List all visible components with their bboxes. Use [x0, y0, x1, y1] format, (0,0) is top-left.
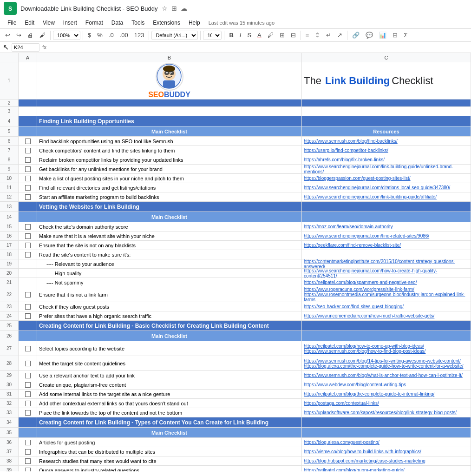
menu-data[interactable]: Data: [108, 18, 127, 27]
cell-12a[interactable]: [19, 192, 37, 202]
cell-27a[interactable]: [19, 341, 37, 356]
link-12[interactable]: https://www.searchenginejournal.com/link…: [304, 194, 437, 199]
checkbox-9[interactable]: [25, 166, 31, 172]
cell-15c[interactable]: https://moz.com/learn/seo/domain-authori…: [302, 222, 471, 231]
cell-9a[interactable]: [19, 165, 37, 174]
cell-32a[interactable]: [19, 399, 37, 408]
cell-33c[interactable]: https://uplandsoftware.com/kapost/resour…: [302, 408, 471, 417]
cell-24a[interactable]: [19, 311, 37, 321]
star-icon[interactable]: ☆: [162, 5, 168, 12]
cell-8a[interactable]: [19, 155, 37, 165]
cell-22a[interactable]: [19, 287, 37, 302]
cell-17c[interactable]: https://geekflare.com/find-remove-blackl…: [302, 241, 471, 250]
cell-31a[interactable]: [19, 390, 37, 399]
cell-19c[interactable]: https://contentmarketinginstitute.com/20…: [302, 259, 471, 269]
cell-9c[interactable]: https://www.searchenginejournal.com/link…: [302, 165, 471, 174]
cell-12c[interactable]: https://www.searchenginejournal.com/link…: [302, 192, 471, 202]
menu-view[interactable]: View: [39, 18, 59, 27]
cell-29c[interactable]: https://www.semrush.com/blog/what-is-anc…: [302, 371, 471, 380]
checkbox-12[interactable]: [25, 194, 31, 200]
menu-format[interactable]: Format: [82, 18, 107, 27]
font-select[interactable]: Default (Ari...): [151, 31, 198, 40]
cell-27c[interactable]: https://neilpatel.com/blog/how-to-come-u…: [302, 341, 471, 356]
menu-insert[interactable]: Insert: [59, 18, 81, 27]
cell-7a[interactable]: [19, 146, 37, 155]
cell-38c[interactable]: https://blog.hubspot.com/marketing/case-…: [302, 456, 471, 466]
cell-17a[interactable]: [19, 241, 37, 250]
cell-22c[interactable]: https://www.rogeracuna.com/wordpress/sit…: [302, 287, 471, 302]
cell-11c[interactable]: https://www.searchenginejournal.com/cita…: [302, 183, 471, 192]
valign-button[interactable]: ⇕: [313, 30, 322, 40]
cell-33a[interactable]: [19, 408, 37, 417]
cell-23a[interactable]: [19, 302, 37, 311]
font-size-select[interactable]: 10: [203, 31, 222, 40]
cell-6a[interactable]: [19, 137, 37, 146]
borders-button[interactable]: ⊞: [277, 30, 287, 40]
currency-button[interactable]: $: [85, 30, 93, 40]
bold-button[interactable]: B: [227, 30, 236, 40]
cell-30c[interactable]: https://www.webdew.com/blog/content-writ…: [302, 380, 471, 390]
link-8[interactable]: https://ahrefs.com/blog/fix-broken-links…: [304, 157, 385, 162]
align-button[interactable]: ≡: [303, 30, 312, 40]
filter-button[interactable]: ⊟: [390, 30, 400, 40]
cell-15a[interactable]: [19, 222, 37, 231]
cell-21c[interactable]: https://neilpatel.com/blog/spammers-and-…: [302, 278, 471, 287]
cell-32c[interactable]: https://postaga.com/contextual-links/: [302, 399, 471, 408]
zoom-select[interactable]: 100%: [53, 31, 80, 40]
menu-extensions[interactable]: Extensions: [149, 18, 184, 27]
cell-30a[interactable]: [19, 380, 37, 390]
dec-increase-button[interactable]: .00: [118, 30, 131, 40]
checkbox-10[interactable]: [25, 176, 31, 181]
cell-6c[interactable]: https://www.semrush.com/blog/find-backli…: [302, 137, 471, 146]
dec-decrease-button[interactable]: .0: [106, 30, 116, 40]
link-7[interactable]: https://userp.io/find-competitor-backlin…: [304, 148, 388, 153]
menu-help[interactable]: Help: [185, 18, 204, 27]
cell-11a[interactable]: [19, 183, 37, 192]
cell-16a[interactable]: [19, 231, 37, 241]
cell-37a[interactable]: [19, 447, 37, 456]
chart-button[interactable]: 📊: [377, 30, 389, 40]
cell-29a[interactable]: [19, 371, 37, 380]
italic-button[interactable]: I: [237, 30, 244, 40]
link-11[interactable]: https://www.searchenginejournal.com/cita…: [304, 185, 450, 190]
menu-file[interactable]: File: [4, 18, 20, 27]
print-button[interactable]: 🖨: [25, 30, 36, 40]
formula-input[interactable]: [49, 45, 468, 50]
cell-37c[interactable]: https://visme.co/blog/how-to-build-links…: [302, 447, 471, 456]
link-button[interactable]: 🔗: [350, 30, 362, 40]
text-color-button[interactable]: A: [255, 30, 264, 40]
paint-format-button[interactable]: 🖌: [37, 30, 48, 40]
link-10[interactable]: https://bloggerspassion.com/guest-postin…: [304, 176, 411, 181]
cell-20c[interactable]: https://www.searchenginejournal.com/how-…: [302, 269, 471, 278]
cell-8c[interactable]: https://ahrefs.com/blog/fix-broken-links…: [302, 155, 471, 165]
highlight-button[interactable]: 🖊: [265, 30, 276, 40]
merge-button[interactable]: ⊟: [288, 30, 298, 40]
checkbox-6[interactable]: [25, 139, 31, 144]
cell-28a[interactable]: [19, 356, 37, 371]
cell-10c[interactable]: https://bloggerspassion.com/guest-postin…: [302, 174, 471, 183]
cell-16c[interactable]: https://www.searchenginejournal.com/find…: [302, 231, 471, 241]
checkbox-11[interactable]: [25, 185, 31, 191]
link-9[interactable]: https://www.searchenginejournal.com/link…: [304, 165, 469, 174]
checkbox-8[interactable]: [25, 157, 31, 163]
rotate-button[interactable]: ↗: [335, 30, 345, 40]
redo-button[interactable]: ↪: [14, 30, 24, 40]
comment-button[interactable]: 💬: [363, 30, 375, 40]
cell-7c[interactable]: https://userp.io/find-competitor-backlin…: [302, 146, 471, 155]
cell-23c[interactable]: https://seo-hacker.com/find-sites-guest-…: [302, 302, 471, 311]
cell-10a[interactable]: [19, 174, 37, 183]
cell-reference[interactable]: K24: [12, 43, 39, 52]
cell-38a[interactable]: [19, 456, 37, 466]
cell-39c[interactable]: https://neilpatel.com/blog/quora-marketi…: [302, 466, 471, 471]
undo-button[interactable]: ↩: [3, 30, 13, 40]
cell-36c[interactable]: https://blog.alexa.com/guest-posting/: [302, 438, 471, 447]
cell-28c[interactable]: https://www.semrush.com/blog/14-tips-for…: [302, 356, 471, 371]
cell-31c[interactable]: https://neilpatel.com/blog/the-complete-…: [302, 390, 471, 399]
menu-edit[interactable]: Edit: [21, 18, 38, 27]
wrap-button[interactable]: ↵: [324, 30, 334, 40]
link-6[interactable]: https://www.semrush.com/blog/find-backli…: [304, 139, 398, 144]
strikethrough-button[interactable]: S: [245, 30, 254, 40]
format-123-button[interactable]: 123: [132, 30, 147, 40]
cell-24c[interactable]: https://www.incomemediary.com/how-much-t…: [302, 311, 471, 321]
cell-39a[interactable]: [19, 466, 37, 471]
